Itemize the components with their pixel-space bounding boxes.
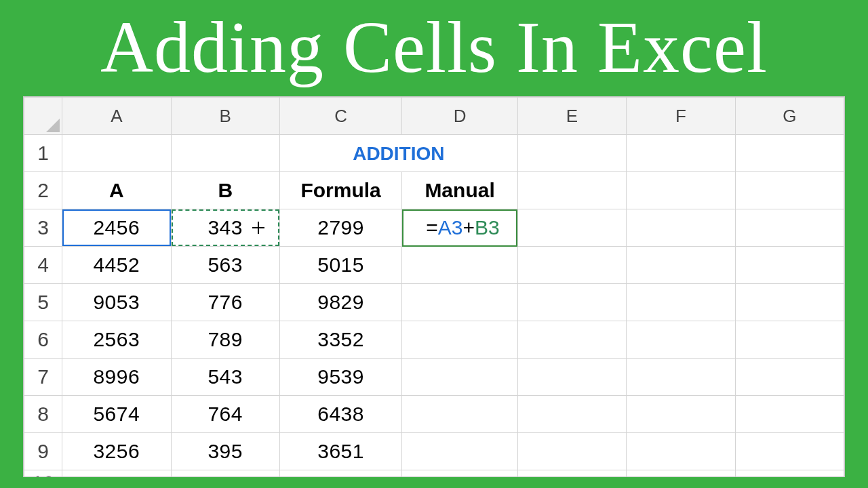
cell-E3[interactable] (517, 209, 626, 247)
svg-rect-1 (257, 222, 260, 234)
cell-B3-value: 343 (208, 216, 243, 239)
col-header-D[interactable]: D (402, 98, 517, 135)
cell-D3[interactable]: =A3+B3 (402, 209, 517, 247)
cell-C2[interactable]: Formula (279, 172, 401, 209)
cell-F4[interactable] (627, 247, 735, 284)
cell-D2[interactable]: Manual (402, 172, 517, 209)
cell-B1[interactable] (171, 135, 279, 172)
cell-C4[interactable]: 5015 (279, 247, 401, 284)
col-header-A[interactable]: A (62, 98, 171, 135)
row-6: 6 2563 789 3352 (24, 321, 844, 359)
cell-E1[interactable] (517, 135, 626, 172)
cell-C9[interactable]: 3651 (279, 433, 401, 470)
cell-E6[interactable] (517, 321, 626, 359)
cell-A3[interactable]: 2456 (62, 209, 171, 247)
cell-E2[interactable] (517, 172, 626, 209)
cell-F8[interactable] (627, 396, 735, 433)
cell-G9[interactable] (735, 433, 844, 470)
cell-E7[interactable] (517, 359, 626, 396)
row-header-3[interactable]: 3 (24, 209, 62, 247)
cell-D8[interactable] (402, 396, 517, 433)
col-header-B[interactable]: B (171, 98, 279, 135)
cell-C3[interactable]: 2799 (279, 209, 401, 247)
cell-B8[interactable]: 764 (171, 396, 279, 433)
formula-equals: = (426, 216, 438, 239)
cell-A8[interactable]: 5674 (62, 396, 171, 433)
row-4: 4 4452 563 5015 (24, 247, 844, 284)
cell-B10[interactable] (171, 470, 279, 478)
cell-G4[interactable] (735, 247, 844, 284)
row-header-5[interactable]: 5 (24, 284, 62, 321)
cell-F5[interactable] (627, 284, 735, 321)
cell-D4[interactable] (402, 247, 517, 284)
cell-E9[interactable] (517, 433, 626, 470)
cell-B2[interactable]: B (171, 172, 279, 209)
cell-G8[interactable] (735, 396, 844, 433)
cell-B9[interactable]: 395 (171, 433, 279, 470)
cell-E4[interactable] (517, 247, 626, 284)
cell-E5[interactable] (517, 284, 626, 321)
cell-D9[interactable] (402, 433, 517, 470)
cell-F1[interactable] (627, 135, 735, 172)
row-9: 9 3256 395 3651 (24, 433, 844, 470)
col-header-C[interactable]: C (279, 98, 401, 135)
col-header-E[interactable]: E (517, 98, 626, 135)
cell-A2[interactable]: A (62, 172, 171, 209)
cell-B4[interactable]: 563 (171, 247, 279, 284)
select-all-corner[interactable] (24, 98, 62, 135)
row-header-7[interactable]: 7 (24, 359, 62, 396)
row-header-10[interactable]: 10 (24, 470, 62, 478)
cell-E8[interactable] (517, 396, 626, 433)
spreadsheet-panel: A B C D E F G 1 ADDITION 2 A B Formula (23, 96, 845, 477)
cell-F10[interactable] (627, 470, 735, 478)
cell-A7[interactable]: 8996 (62, 359, 171, 396)
cell-A10[interactable] (62, 470, 171, 478)
cell-A5[interactable]: 9053 (62, 284, 171, 321)
cell-B6[interactable]: 789 (171, 321, 279, 359)
cell-C10[interactable] (279, 470, 401, 478)
svg-rect-3 (258, 222, 259, 234)
cell-G2[interactable] (735, 172, 844, 209)
cell-D6[interactable] (402, 321, 517, 359)
col-header-G[interactable]: G (735, 98, 844, 135)
cell-addition-title[interactable]: ADDITION (279, 135, 517, 172)
cell-F9[interactable] (627, 433, 735, 470)
cell-F6[interactable] (627, 321, 735, 359)
cell-G1[interactable] (735, 135, 844, 172)
svg-rect-4 (252, 227, 264, 228)
row-header-9[interactable]: 9 (24, 433, 62, 470)
cell-G5[interactable] (735, 284, 844, 321)
cell-A6[interactable]: 2563 (62, 321, 171, 359)
cell-A9[interactable]: 3256 (62, 433, 171, 470)
spreadsheet-grid[interactable]: A B C D E F G 1 ADDITION 2 A B Formula (24, 97, 844, 477)
cell-C5[interactable]: 9829 (279, 284, 401, 321)
cell-A1[interactable] (62, 135, 171, 172)
cell-F7[interactable] (627, 359, 735, 396)
cell-G3[interactable] (735, 209, 844, 247)
row-2: 2 A B Formula Manual (24, 172, 844, 209)
cell-E10[interactable] (517, 470, 626, 478)
cell-B3[interactable]: 343 (171, 209, 279, 247)
col-header-F[interactable]: F (627, 98, 735, 135)
cell-B5[interactable]: 776 (171, 284, 279, 321)
row-5: 5 9053 776 9829 (24, 284, 844, 321)
cell-C8[interactable]: 6438 (279, 396, 401, 433)
row-header-4[interactable]: 4 (24, 247, 62, 284)
cell-F2[interactable] (627, 172, 735, 209)
cell-F3[interactable] (627, 209, 735, 247)
row-header-8[interactable]: 8 (24, 396, 62, 433)
cell-G10[interactable] (735, 470, 844, 478)
cell-C6[interactable]: 3352 (279, 321, 401, 359)
cell-D7[interactable] (402, 359, 517, 396)
row-header-6[interactable]: 6 (24, 321, 62, 359)
row-header-2[interactable]: 2 (24, 172, 62, 209)
cell-D5[interactable] (402, 284, 517, 321)
row-header-1[interactable]: 1 (24, 135, 62, 172)
cell-D10[interactable] (402, 470, 517, 478)
cell-G6[interactable] (735, 321, 844, 359)
cell-A4[interactable]: 4452 (62, 247, 171, 284)
column-header-row: A B C D E F G (24, 98, 844, 135)
cell-G7[interactable] (735, 359, 844, 396)
cell-B7[interactable]: 543 (171, 359, 279, 396)
cell-C7[interactable]: 9539 (279, 359, 401, 396)
